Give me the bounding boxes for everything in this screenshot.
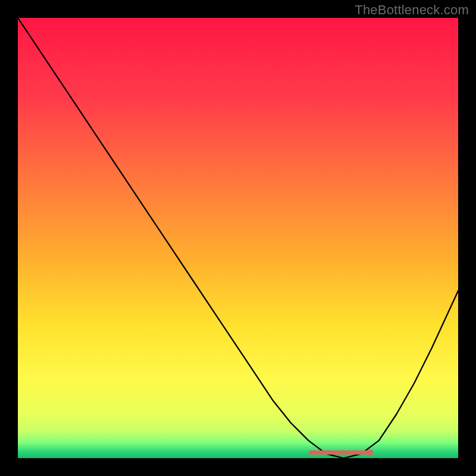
gradient-background	[18, 18, 458, 458]
optimal-point-marker	[367, 450, 373, 456]
chart-frame: TheBottleneck.com	[0, 0, 476, 476]
bottleneck-chart	[18, 18, 458, 458]
optimal-range-marker	[308, 450, 370, 455]
plot-area	[18, 18, 458, 458]
watermark-label: TheBottleneck.com	[355, 2, 469, 18]
